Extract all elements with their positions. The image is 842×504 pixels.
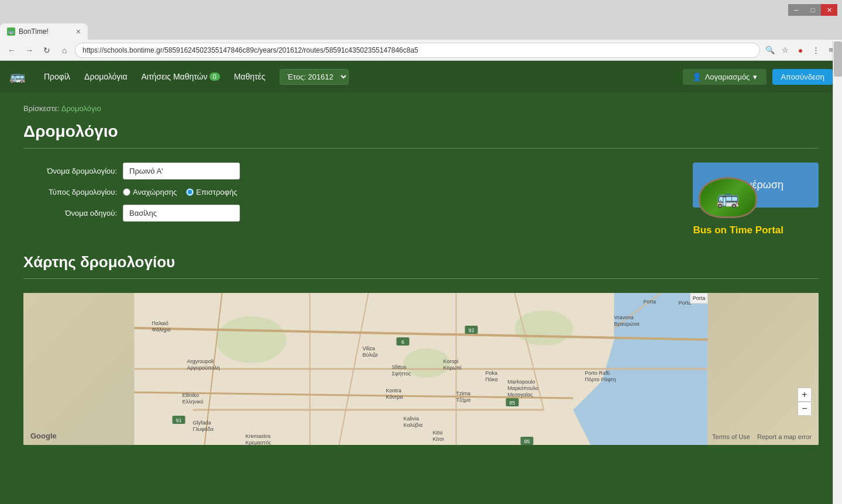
nav-profile[interactable]: Προφίλ <box>44 70 70 84</box>
svg-text:Porta: Porta <box>693 295 706 301</box>
driver-name-input[interactable] <box>123 205 240 222</box>
svg-text:Φάληρο: Φάληρο <box>152 327 171 333</box>
logo-text: Bus on Time Portal <box>693 225 783 236</box>
logo-text-bold: Portal <box>755 225 783 236</box>
svg-text:Παλαιό: Παλαιό <box>152 320 169 326</box>
logo-circle: 🚌 <box>699 177 757 218</box>
bus-nav-icon: 🚌 <box>9 69 25 84</box>
radio-return-label[interactable]: Επιστροφής <box>186 188 237 196</box>
svg-text:Πόρτο Ράφτη: Πόρτο Ράφτη <box>585 377 616 382</box>
route-name-row: Όνομα δρομολογίου: <box>23 163 658 179</box>
map-placeholder: 6 92 85 95 91 Παλαιό Φάληρο Argyroupoli … <box>23 293 819 445</box>
tab-close-button[interactable]: × <box>76 27 81 36</box>
zoom-out-button[interactable]: − <box>798 402 812 416</box>
logo-bus-icon: 🚌 <box>716 187 740 209</box>
logo-area: 🚌 Bus on Time Portal <box>693 174 783 236</box>
map-divider <box>23 278 819 279</box>
address-input[interactable] <box>75 43 760 58</box>
minimize-button[interactable]: ─ <box>788 4 805 16</box>
svg-text:Glyfada: Glyfada <box>193 420 211 426</box>
navbar-right: 👤 Λογαριασμός ▾ Αποσύνδεση <box>683 69 833 85</box>
logout-button[interactable]: Αποσύνδεση <box>772 69 833 85</box>
window-controls[interactable]: ─ □ ✕ <box>788 4 837 16</box>
home-button[interactable]: ⌂ <box>57 43 71 57</box>
svg-text:Kalivia: Kalivia <box>404 416 420 422</box>
svg-text:Αργυρούπολη: Αργυρούπολη <box>187 365 220 371</box>
tab-bar: 🚌 BonTime! × <box>0 20 842 40</box>
star-icon[interactable]: ☆ <box>779 44 792 57</box>
route-name-input[interactable] <box>123 163 240 179</box>
nav-students[interactable]: Μαθητές <box>234 70 266 84</box>
radio-return[interactable] <box>186 188 194 196</box>
forward-button[interactable]: → <box>22 43 36 57</box>
driver-name-label: Όνομα οδηγού: <box>23 209 117 218</box>
svg-text:Porta: Porta <box>679 300 692 306</box>
window-titlebar: ─ □ ✕ <box>0 0 842 20</box>
logo-image: 🚌 <box>693 174 763 221</box>
svg-text:Kremastos: Kremastos <box>246 433 271 439</box>
account-icon: 👤 <box>692 73 702 81</box>
svg-text:Porta: Porta <box>644 299 657 305</box>
svg-text:Βύλιζα: Βύλιζα <box>363 352 378 358</box>
svg-text:6: 6 <box>401 339 404 345</box>
radio-departure-label[interactable]: Αναχώρησης <box>123 188 177 196</box>
app-navbar: 🚌 Προφίλ Δρομολόγια Αιτήσεις Μαθητών 0 Μ… <box>0 61 842 92</box>
svg-text:Poka: Poka <box>486 370 498 376</box>
tab-favicon: 🚌 <box>7 27 15 36</box>
form-fields: Όνομα δρομολογίου: Τύπος δρομολογίου: Αν… <box>23 163 658 230</box>
svg-text:Βραυρώνα: Βραυρώνα <box>614 321 640 327</box>
extensions-icon[interactable]: ⋮ <box>809 44 822 57</box>
route-name-label: Όνομα δρομολογίου: <box>23 167 117 175</box>
address-bar: ← → ↻ ⌂ 🔍 ☆ ● ⋮ ≡ <box>0 40 842 61</box>
close-window-button[interactable]: ✕ <box>821 4 837 16</box>
svg-text:Koropi: Koropi <box>444 358 459 364</box>
content-wrapper: Βρίσκεστε: Δρομολόγιο 🚌 Bus on Time Port… <box>23 104 819 445</box>
terms-label[interactable]: Terms of Use <box>712 433 750 440</box>
back-button[interactable]: ← <box>5 43 19 57</box>
svg-text:91: 91 <box>176 417 181 423</box>
svg-text:92: 92 <box>468 327 474 333</box>
svg-text:Elliniko: Elliniko <box>183 392 200 398</box>
active-tab[interactable]: 🚌 BonTime! × <box>0 23 88 40</box>
zoom-in-button[interactable]: + <box>798 388 812 402</box>
svg-text:95: 95 <box>524 439 530 444</box>
google-label: Google <box>30 431 57 440</box>
report-label[interactable]: Report a map error <box>757 433 812 440</box>
svg-text:Κίτσι: Κίτσι <box>433 436 444 442</box>
year-dropdown[interactable]: Έτος: 201612 <box>280 69 349 85</box>
breadcrumb-link[interactable]: Δρομολόγιο <box>61 104 101 113</box>
reload-button[interactable]: ↻ <box>40 43 54 57</box>
route-type-label: Τύπος δρομολογίου: <box>23 188 117 196</box>
navbar-brand: 🚌 <box>9 69 30 84</box>
radio-departure[interactable] <box>123 188 130 196</box>
svg-text:Ελληνικό: Ελληνικό <box>183 399 204 405</box>
inactive-tab[interactable] <box>88 23 135 40</box>
title-divider <box>23 148 819 149</box>
svg-text:Κορωπί: Κορωπί <box>444 365 462 371</box>
nav-routes[interactable]: Δρομολόγια <box>84 70 127 84</box>
svg-text:Μεσογαίας: Μεσογαίας <box>508 392 534 398</box>
chrome-icon[interactable]: ● <box>794 44 807 57</box>
scrollbar[interactable] <box>833 41 842 504</box>
nav-requests[interactable]: Αιτήσεις Μαθητών 0 <box>142 70 220 84</box>
account-button[interactable]: 👤 Λογαριασμός ▾ <box>683 69 767 85</box>
account-chevron-icon: ▾ <box>753 73 757 81</box>
map-zoom-controls[interactable]: + − <box>798 388 812 416</box>
svg-text:Μαρκόπουλο: Μαρκόπουλο <box>508 385 538 391</box>
address-icons: 🔍 ☆ ● ⋮ ≡ <box>764 44 837 57</box>
svg-text:Sfittos: Sfittos <box>392 364 407 370</box>
scrollbar-thumb[interactable] <box>834 42 842 77</box>
svg-text:Vravona: Vravona <box>614 315 634 320</box>
svg-text:Καλύβια: Καλύβια <box>404 422 423 428</box>
svg-text:Argyroupoli: Argyroupoli <box>187 358 214 364</box>
svg-text:Σφήττος: Σφήττος <box>392 371 411 377</box>
map-container[interactable]: 6 92 85 95 91 Παλαιό Φάληρο Argyroupoli … <box>23 293 819 445</box>
maximize-button[interactable]: □ <box>805 4 821 16</box>
search-icon[interactable]: 🔍 <box>764 44 776 57</box>
logo-text-regular: Bus on Time <box>693 225 752 236</box>
map-terms: Terms of Use Report a map error <box>712 433 812 440</box>
svg-text:Πόκα: Πόκα <box>486 377 498 382</box>
requests-badge: 0 <box>209 73 220 81</box>
page-title: Δρομολόγιο <box>23 122 819 141</box>
driver-name-row: Όνομα οδηγού: <box>23 205 658 222</box>
